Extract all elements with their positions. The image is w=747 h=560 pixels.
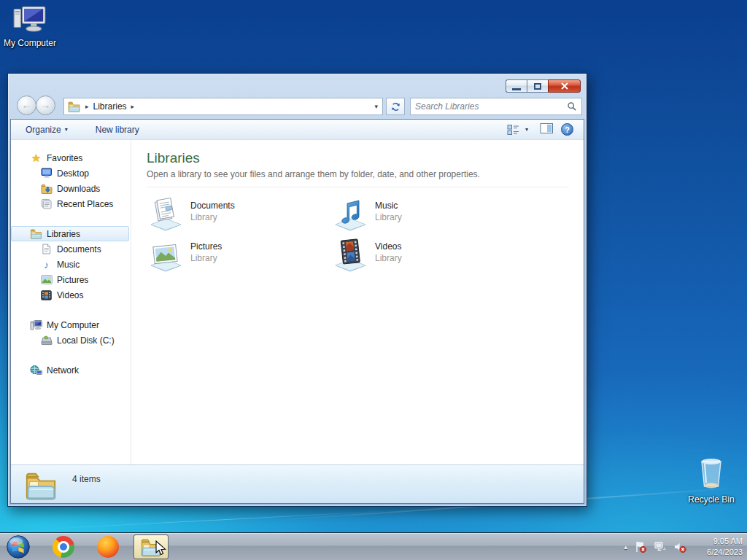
help-button[interactable]: ? — [561, 123, 573, 136]
library-tile-music[interactable]: Music Library — [331, 196, 516, 237]
sidebar-label: Pictures — [57, 275, 88, 285]
libraries-icon — [30, 228, 42, 240]
library-kind: Library — [190, 253, 222, 263]
library-tiles: Documents Library Music Library — [147, 196, 569, 278]
new-library-label: New library — [96, 125, 139, 135]
sidebar-item-desktop[interactable]: Desktop — [11, 166, 131, 181]
preview-pane-button[interactable] — [540, 122, 554, 136]
sidebar-item-downloads[interactable]: Downloads — [11, 181, 131, 196]
organize-label: Organize — [26, 125, 61, 135]
explorer-body: ★ Favorites Desktop Downloads — [11, 140, 584, 464]
page-title: Libraries — [147, 150, 569, 166]
views-icon — [507, 124, 522, 136]
command-toolbar: Organize ▾ New library ▾ — [11, 120, 584, 140]
organize-dropdown-icon: ▾ — [65, 126, 68, 133]
back-button[interactable]: ← — [17, 96, 36, 115]
library-name: Videos — [375, 241, 402, 252]
content-header: Libraries Open a library to see your fil… — [147, 150, 569, 187]
music-note-icon: ♪ — [40, 258, 53, 271]
local-disk-icon — [40, 334, 53, 346]
library-tile-pictures[interactable]: Pictures Library — [147, 237, 331, 278]
new-library-button[interactable]: New library — [91, 122, 144, 137]
action-center-flag-icon[interactable] — [634, 540, 647, 553]
downloads-icon — [40, 182, 53, 195]
taskbar: ▴ 9:05 AM 6/24/2023 — [0, 532, 747, 560]
pictures-icon — [40, 273, 53, 286]
sidebar-item-videos[interactable]: Videos — [11, 287, 131, 303]
minimize-icon — [512, 88, 521, 90]
sidebar-item-documents[interactable]: Documents — [11, 241, 131, 257]
maximize-icon — [534, 83, 541, 90]
breadcrumb-chevron-icon[interactable]: ▸ — [131, 103, 135, 110]
recycle-bin-icon — [695, 456, 727, 490]
sidebar-label: Videos — [57, 290, 83, 300]
views-button[interactable]: ▾ — [503, 122, 533, 138]
sidebar-item-music[interactable]: ♪ Music — [11, 257, 131, 272]
page-subtitle: Open a library to see your files and arr… — [147, 169, 569, 179]
sidebar-item-pictures[interactable]: Pictures — [11, 272, 131, 287]
chrome-icon-core — [60, 543, 67, 551]
sidebar-item-my-computer[interactable]: My Computer — [11, 317, 131, 332]
videos-library-icon — [331, 237, 369, 272]
organize-button[interactable]: Organize ▾ — [21, 122, 72, 137]
refresh-button[interactable] — [386, 98, 405, 115]
library-kind: Library — [190, 212, 235, 222]
address-dropdown-icon[interactable]: ▾ — [374, 103, 378, 110]
forward-button[interactable]: → — [36, 96, 55, 115]
show-hidden-icons-button[interactable]: ▴ — [624, 543, 627, 551]
start-button[interactable] — [6, 534, 31, 559]
navigation-bar: ← → ▸ Libraries ▸ ▾ — [8, 94, 587, 119]
volume-tray-icon[interactable] — [673, 540, 686, 553]
star-icon: ★ — [30, 152, 42, 164]
videos-icon — [40, 289, 53, 301]
maximize-button[interactable] — [527, 79, 548, 93]
window-titlebar[interactable] — [8, 74, 587, 94]
views-dropdown-icon: ▾ — [525, 126, 528, 133]
libraries-folder-large-icon — [24, 468, 58, 502]
sidebar-item-local-disk[interactable]: Local Disk (C:) — [11, 332, 131, 348]
close-button[interactable] — [548, 79, 581, 93]
firefox-taskbar-icon[interactable] — [97, 536, 119, 558]
preview-pane-icon — [540, 122, 554, 134]
minimize-button[interactable] — [506, 79, 527, 93]
sidebar-label: Music — [57, 260, 80, 270]
library-kind: Library — [375, 212, 402, 222]
search-input[interactable] — [415, 101, 567, 112]
tray-clock[interactable]: 9:05 AM 6/24/2023 — [696, 536, 743, 557]
sidebar-item-recent-places[interactable]: Recent Places — [11, 196, 131, 211]
search-box[interactable] — [410, 98, 582, 115]
my-computer-icon — [12, 6, 48, 34]
explorer-window: ← → ▸ Libraries ▸ ▾ — [7, 73, 587, 507]
refresh-icon — [390, 101, 401, 112]
library-tile-videos[interactable]: Videos Library — [331, 237, 516, 278]
library-name: Documents — [190, 201, 235, 211]
sidebar-item-favorites[interactable]: ★ Favorites — [11, 150, 131, 166]
address-bar[interactable]: ▸ Libraries ▸ ▾ — [63, 98, 383, 115]
desktop-icon-label: My Computer — [1, 38, 58, 48]
clock-time: 9:05 AM — [696, 536, 743, 546]
library-tile-documents[interactable]: Documents Library — [147, 196, 331, 237]
network-icon — [30, 364, 42, 376]
documents-icon — [40, 243, 53, 255]
network-tray-icon[interactable] — [654, 540, 667, 553]
libraries-folder-icon — [67, 100, 81, 113]
search-icon — [567, 101, 577, 112]
sidebar-label: Network — [47, 365, 79, 376]
breadcrumb-chevron-icon: ▸ — [85, 103, 89, 110]
library-name: Pictures — [190, 241, 222, 252]
sidebar-label: Local Disk (C:) — [57, 335, 115, 346]
system-tray: ▴ 9:05 AM 6/24/2023 — [624, 536, 747, 557]
desktop-icon-recycle-bin[interactable]: Recycle Bin — [683, 456, 740, 505]
navigation-pane: ★ Favorites Desktop Downloads — [11, 140, 131, 464]
sidebar-item-libraries[interactable]: Libraries — [11, 226, 129, 241]
sidebar-label: Libraries — [47, 229, 80, 239]
documents-library-icon — [147, 196, 185, 231]
recent-places-icon — [40, 198, 53, 210]
sidebar-item-network[interactable]: Network — [11, 362, 131, 378]
explorer-taskbar-button[interactable] — [133, 534, 169, 559]
music-library-icon — [331, 196, 369, 231]
breadcrumb-libraries[interactable]: Libraries — [93, 101, 127, 112]
chrome-taskbar-icon[interactable] — [53, 536, 74, 558]
wallpaper-streak — [44, 510, 408, 529]
desktop-icon-my-computer[interactable]: My Computer — [1, 6, 58, 48]
